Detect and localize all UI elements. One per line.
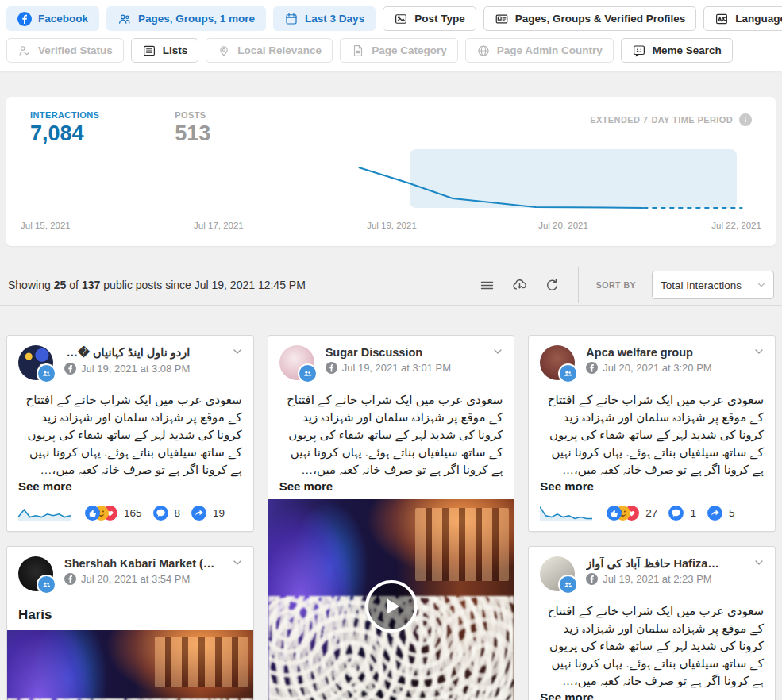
language-icon	[715, 12, 729, 26]
reactions-icons	[607, 506, 639, 521]
group-badge-icon	[558, 575, 578, 594]
facebook-source-icon	[326, 362, 337, 374]
facebook-source-icon	[64, 573, 76, 585]
filter-label: Verified Status	[38, 44, 113, 56]
interactions-chart: Jul 15, 2021 Jul 17, 2021 Jul 19, 2021 J…	[6, 143, 776, 216]
comment-count: 8	[175, 507, 181, 519]
filter-timeframe[interactable]: Last 3 Days	[273, 6, 376, 31]
post-menu-chevron-icon[interactable]	[231, 345, 244, 361]
post-page-name[interactable]: Shershah Kabari Market (…	[64, 557, 214, 570]
see-more-link[interactable]: See more	[7, 479, 253, 499]
filter-label: Language	[735, 13, 782, 25]
post-timestamp[interactable]: Jul 20, 2021 at 3:54 PM	[64, 573, 214, 585]
document-icon	[351, 44, 365, 58]
filter-bar: Facebook Pages, Groups, 1 more Last 3 Da…	[0, 0, 782, 71]
facebook-source-icon	[586, 362, 598, 374]
x-axis-tick: Jul 20, 2021	[538, 221, 588, 230]
post-grid: اردو ناول اینڈ کہانیاں �… Jul 19, 2021 a…	[0, 335, 782, 700]
post-text: سعودی عرب میں ایک شراب خانے کے افتتاح کے…	[529, 387, 775, 479]
post-stats: 165 8 19	[7, 499, 253, 531]
people-icon	[117, 12, 132, 26]
filter-row-2: Verified Status Lists Local Relevance Pa…	[6, 38, 776, 63]
see-more-link[interactable]: See more	[268, 479, 514, 499]
post-page-name[interactable]: اردو ناول اینڈ کہانیاں �…	[64, 346, 190, 360]
post-page-name[interactable]: حافظ آباد کی آواز Hafiza…	[586, 557, 718, 570]
like-icon	[607, 506, 622, 521]
post-timestamp[interactable]: Jul 19, 2021 at 3:08 PM	[64, 363, 190, 375]
post-video[interactable]	[7, 630, 253, 700]
see-more-link[interactable]: See more	[529, 690, 775, 700]
post-menu-chevron-icon[interactable]	[753, 556, 765, 572]
divider	[578, 267, 579, 303]
filter-local-relevance: Local Relevance	[206, 38, 333, 63]
results-summary: Showing 25 of 137 public posts since Jul…	[8, 279, 306, 291]
x-axis-tick: Jul 22, 2021	[711, 221, 761, 230]
post-stats: 27 1 5	[529, 499, 775, 531]
results-tools: SORT BY Total Interactions	[479, 267, 774, 303]
post-text: سعودی عرب میں ایک شراب خانے کے افتتاح کے…	[7, 387, 253, 479]
facebook-icon	[17, 12, 32, 26]
extended-period-label: EXTENDED 7-DAY TIME PERIOD	[590, 115, 733, 125]
id-card-icon	[495, 12, 509, 26]
overview-panel: INTERACTIONS 7,084 POSTS 513 EXTENDED 7-…	[6, 97, 776, 246]
sort-by-label: SORT BY	[596, 280, 636, 290]
filter-lists[interactable]: Lists	[131, 38, 199, 63]
filter-profiles[interactable]: Pages, Groups & Verified Profiles	[483, 6, 697, 31]
play-button-icon[interactable]	[365, 580, 418, 633]
filter-row-1: Facebook Pages, Groups, 1 more Last 3 Da…	[6, 6, 776, 31]
see-more-link[interactable]: See more	[529, 479, 775, 499]
refresh-button[interactable]	[544, 277, 560, 294]
globe-icon	[476, 44, 491, 58]
results-total: 137	[82, 279, 100, 291]
post-menu-chevron-icon[interactable]	[491, 345, 504, 361]
reaction-count: 27	[645, 507, 657, 519]
post-timestamp[interactable]: Jul 19, 2021 at 3:01 PM	[326, 362, 451, 374]
post-video[interactable]	[268, 499, 514, 700]
interactions-chart-line	[6, 143, 776, 216]
sort-dropdown[interactable]: Total Interactions	[652, 271, 774, 299]
posts-stat: POSTS 513	[175, 110, 210, 146]
calendar-icon	[284, 12, 299, 26]
filter-label: Page Category	[372, 44, 447, 56]
comment-count: 1	[690, 507, 696, 519]
filter-post-type[interactable]: Post Type	[383, 6, 476, 31]
info-icon[interactable]	[739, 113, 752, 126]
reaction-count: 165	[124, 507, 142, 519]
post-card-urdu-novel: اردو ناول اینڈ کہانیاں �… Jul 19, 2021 a…	[6, 335, 254, 532]
post-card-shershah: Shershah Kabari Market (… Jul 20, 2021 a…	[6, 546, 254, 700]
post-page-name[interactable]: Sugar Discussion	[326, 346, 451, 359]
filter-pages-groups[interactable]: Pages, Groups, 1 more	[106, 6, 266, 31]
post-page-name[interactable]: Apca welfare group	[586, 346, 711, 359]
filter-language[interactable]: Language	[703, 6, 782, 31]
post-timestamp[interactable]: Jul 19, 2021 at 2:23 PM	[586, 573, 718, 585]
interactions-label: INTERACTIONS	[30, 110, 99, 120]
share-icon	[191, 506, 206, 521]
download-button[interactable]	[511, 277, 528, 294]
filter-page-category: Page Category	[340, 38, 458, 63]
interactions-stat: INTERACTIONS 7,084	[30, 110, 99, 146]
like-icon	[85, 506, 100, 521]
verified-person-icon	[17, 44, 32, 58]
group-badge-icon	[37, 363, 56, 383]
post-timestamp[interactable]: Jul 20, 2021 at 3:20 PM	[586, 362, 711, 374]
x-axis-tick: Jul 15, 2021	[21, 221, 71, 230]
posts-label: POSTS	[175, 110, 210, 120]
group-badge-icon	[37, 575, 56, 594]
filter-label: Post Type	[414, 13, 465, 25]
comment-icon	[668, 506, 684, 521]
grid-column-3: Apca welfare group Jul 20, 2021 at 3:20 …	[528, 335, 776, 700]
grid-column-1: اردو ناول اینڈ کہانیاں �… Jul 19, 2021 a…	[6, 335, 254, 700]
list-view-button[interactable]	[479, 277, 495, 294]
filter-label: Lists	[163, 44, 188, 56]
post-text: سعودی عرب میں ایک شراب خانے کے افتتاح کے…	[529, 598, 775, 690]
filter-facebook[interactable]: Facebook	[6, 6, 99, 31]
crowdtangle-search-page: Facebook Pages, Groups, 1 more Last 3 Da…	[0, 0, 782, 700]
results-bar: Showing 25 of 137 public posts since Jul…	[0, 265, 782, 306]
interaction-sparkline	[18, 504, 71, 521]
facebook-source-icon	[586, 573, 598, 585]
post-menu-chevron-icon[interactable]	[753, 345, 765, 361]
post-menu-chevron-icon[interactable]	[231, 556, 244, 572]
meme-smiley-icon	[632, 44, 646, 58]
filter-label: Last 3 Days	[305, 13, 364, 25]
filter-meme-search[interactable]: Meme Search	[621, 38, 733, 63]
